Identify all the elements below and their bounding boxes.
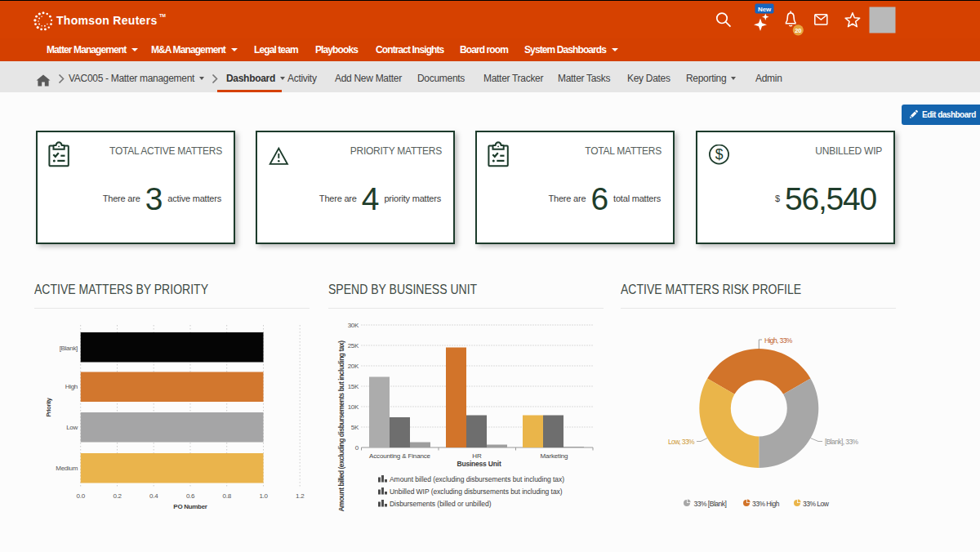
svg-text:30K: 30K (348, 322, 359, 329)
svg-text:1.0: 1.0 (259, 492, 268, 500)
svg-text:High: High (65, 383, 78, 390)
svg-text:33% [Blank]: 33% [Blank] (694, 500, 727, 508)
svg-text:25K: 25K (348, 342, 359, 349)
svg-text:Amount billed (excluding disbu: Amount billed (excluding disbursements b… (337, 341, 345, 512)
svg-text:15K: 15K (348, 383, 359, 390)
svg-text:33% High: 33% High (752, 500, 780, 508)
svg-text:0.6: 0.6 (186, 492, 195, 500)
svg-text:HR: HR (472, 452, 482, 460)
svg-text:[Blank], 33%: [Blank], 33% (825, 438, 859, 446)
svg-text:Low, 33%: Low, 33% (668, 438, 695, 446)
svg-text:Low: Low (66, 424, 78, 431)
svg-text:0.0: 0.0 (77, 492, 86, 500)
svg-text:33% Low: 33% Low (803, 500, 830, 508)
svg-text:0.8: 0.8 (223, 492, 232, 500)
svg-text:20K: 20K (348, 363, 359, 370)
svg-text:Marketing: Marketing (541, 452, 568, 460)
svg-text:Amount billed (excluding disbu: Amount billed (excluding disbursements b… (390, 475, 564, 483)
svg-text:[Blank]: [Blank] (60, 345, 78, 352)
svg-text:20: 20 (795, 27, 801, 34)
svg-text:High, 33%: High, 33% (764, 336, 793, 345)
svg-text:Accounting & Finance: Accounting & Finance (369, 452, 431, 460)
svg-text:New: New (758, 6, 772, 13)
svg-text:10K: 10K (348, 403, 359, 411)
svg-text:Medium: Medium (56, 465, 78, 472)
svg-text:1.2: 1.2 (296, 492, 305, 500)
svg-text:0.4: 0.4 (149, 492, 158, 500)
svg-text:Unbilled WIP (excluding disbur: Unbilled WIP (excluding disbursements bu… (390, 487, 563, 496)
svg-text:Priority: Priority (45, 397, 52, 416)
svg-text:0.2: 0.2 (113, 492, 122, 500)
svg-text:PO Number: PO Number (173, 503, 207, 510)
svg-text:0: 0 (355, 444, 359, 452)
svg-text:Business Unit: Business Unit (457, 460, 501, 468)
svg-text:Disbursements (billed or unbil: Disbursements (billed or unbilled) (390, 500, 492, 508)
svg-text:5K: 5K (351, 424, 359, 431)
